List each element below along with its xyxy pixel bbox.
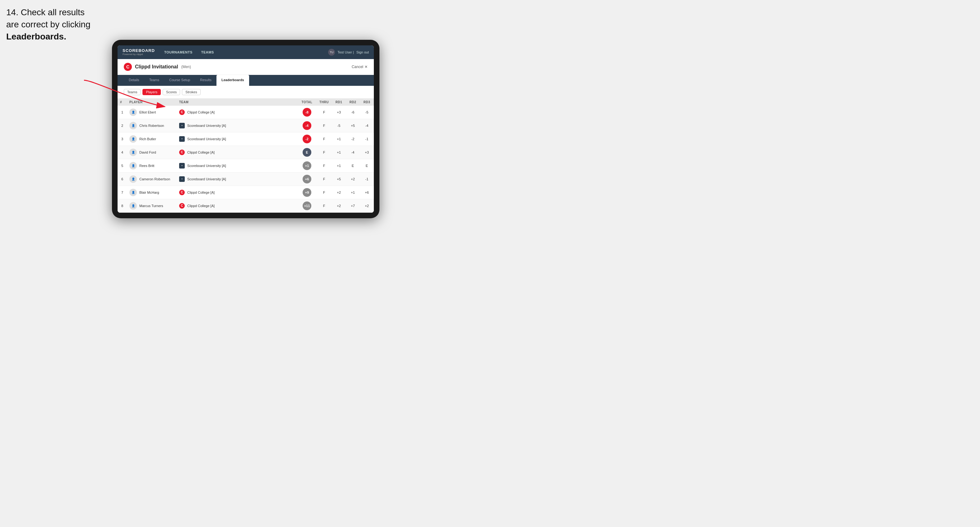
table-row: 3👤Rich Butler≡Scoreboard University [A]-… <box>118 132 374 146</box>
table-row: 2👤Chris Robertson≡Scoreboard University … <box>118 119 374 132</box>
col-thru: THRU <box>316 98 332 106</box>
cell-player: 👤Blair McHarg <box>127 186 177 199</box>
player-name: Cameron Robertson <box>139 177 170 181</box>
tab-leaderboards[interactable]: Leaderboards <box>216 75 249 86</box>
tab-details[interactable]: Details <box>124 75 144 86</box>
team-name: Clippd College [A] <box>187 190 215 194</box>
tournament-logo: C <box>124 63 132 71</box>
player-avatar: 👤 <box>129 108 137 116</box>
player-name: Rich Butler <box>139 137 156 141</box>
player-name: Elliot Ebert <box>139 110 156 114</box>
team-name: Clippd College [A] <box>187 151 215 154</box>
cell-team: CClippd College [A] <box>177 146 298 159</box>
nav-username: Test User | <box>337 50 354 54</box>
team-logo: C <box>179 110 185 115</box>
cell-pos: 8 <box>118 199 127 212</box>
tab-course-setup[interactable]: Course Setup <box>164 75 195 86</box>
team-name: Scoreboard University [A] <box>187 177 226 181</box>
cell-pos: 3 <box>118 132 127 146</box>
tournament-name: Clippd Invitational <box>135 64 178 70</box>
cell-rd1: +2 <box>332 199 346 212</box>
cell-rd3: -5 <box>360 106 374 119</box>
tab-teams[interactable]: Teams <box>144 75 164 86</box>
tournament-gender: (Men) <box>181 65 191 69</box>
cell-rd2: +2 <box>346 172 360 186</box>
team-logo: C <box>179 149 185 155</box>
player-name: Blair McHarg <box>139 190 159 194</box>
cell-total: -2 <box>298 132 316 146</box>
cell-team: ≡Scoreboard University [A] <box>177 119 298 132</box>
cell-team: ≡Scoreboard University [A] <box>177 132 298 146</box>
filter-strokes[interactable]: Strokes <box>182 89 200 95</box>
col-player: PLAYER <box>127 98 177 106</box>
nav-links: TOURNAMENTS TEAMS <box>160 45 328 59</box>
score-badge: +1 <box>302 161 311 170</box>
cell-thru: F <box>316 199 332 212</box>
cell-thru: F <box>316 172 332 186</box>
cell-total: -4 <box>298 119 316 132</box>
player-avatar: 👤 <box>129 202 137 210</box>
table-row: 7👤Blair McHargCClippd College [A]+9F+2+1… <box>118 186 374 199</box>
nav-user-area: TU Test User | Sign out <box>328 49 369 56</box>
team-name: Scoreboard University [A] <box>187 137 226 141</box>
tournament-title-row: C Clippd Invitational (Men) <box>124 63 191 71</box>
cell-rd3: +2 <box>360 199 374 212</box>
filter-row: Teams Players Scores Strokes <box>118 86 374 98</box>
cell-team: CClippd College [A] <box>177 199 298 212</box>
nav-teams[interactable]: TEAMS <box>197 45 218 59</box>
nav-tournaments[interactable]: TOURNAMENTS <box>160 45 197 59</box>
team-logo: ≡ <box>179 136 185 142</box>
player-name: Chris Robertson <box>139 124 164 127</box>
filter-scores[interactable]: Scores <box>163 89 180 95</box>
cancel-button[interactable]: Cancel ✕ <box>352 65 368 69</box>
cell-player: 👤Cameron Robertson <box>127 172 177 186</box>
cell-rd1: +2 <box>332 186 346 199</box>
player-name: David Ford <box>139 151 156 154</box>
team-name: Scoreboard University [A] <box>187 164 226 168</box>
cell-rd1: +1 <box>332 146 346 159</box>
team-name: Clippd College [A] <box>187 204 215 208</box>
score-badge: +11 <box>302 202 311 210</box>
table-row: 8👤Marcus TurnersCClippd College [A]+11F+… <box>118 199 374 212</box>
cell-pos: 6 <box>118 172 127 186</box>
score-badge: -8 <box>302 108 311 117</box>
cell-player: 👤Rich Butler <box>127 132 177 146</box>
cell-thru: F <box>316 159 332 172</box>
instruction-line3: Leaderboards. <box>6 32 66 41</box>
cell-rd2: +1 <box>346 186 360 199</box>
score-badge: -2 <box>302 135 311 143</box>
nav-signout[interactable]: Sign out <box>356 50 369 54</box>
cell-rd2: +7 <box>346 199 360 212</box>
table-row: 1👤Elliot EbertCClippd College [A]-8F+3-6… <box>118 106 374 119</box>
cell-rd1: -5 <box>332 119 346 132</box>
cell-player: 👤Marcus Turners <box>127 199 177 212</box>
team-logo: ≡ <box>179 163 185 168</box>
score-badge: +9 <box>302 188 311 197</box>
cell-pos: 2 <box>118 119 127 132</box>
cell-rd3: -4 <box>360 119 374 132</box>
cell-rd3: -1 <box>360 172 374 186</box>
cell-rd2: E <box>346 159 360 172</box>
cell-rd1: +5 <box>332 172 346 186</box>
table-row: 5👤Rees Britt≡Scoreboard University [A]+1… <box>118 159 374 172</box>
player-name: Rees Britt <box>139 164 154 168</box>
col-pos: # <box>118 98 127 106</box>
cell-rd2: +5 <box>346 119 360 132</box>
cell-rd1: +3 <box>332 106 346 119</box>
nav-bar: SCOREBOARD Powered by clippd TOURNAMENTS… <box>118 45 374 59</box>
cell-thru: F <box>316 106 332 119</box>
nav-logo: SCOREBOARD Powered by clippd <box>123 49 155 56</box>
cell-pos: 5 <box>118 159 127 172</box>
tab-results[interactable]: Results <box>195 75 216 86</box>
score-badge: E <box>302 148 311 157</box>
player-avatar: 👤 <box>129 122 137 129</box>
cell-rd3: +3 <box>360 146 374 159</box>
filter-players[interactable]: Players <box>142 89 161 95</box>
tablet-device: SCOREBOARD Powered by clippd TOURNAMENTS… <box>112 40 379 218</box>
instruction-text: 14. Check all results are correct by cli… <box>6 6 91 43</box>
filter-teams[interactable]: Teams <box>124 89 141 95</box>
player-avatar: 👤 <box>129 175 137 183</box>
leaderboard-table: # PLAYER TEAM TOTAL THRU RD1 RD2 RD3 1👤E… <box>118 98 374 213</box>
player-avatar: 👤 <box>129 162 137 170</box>
tablet-screen: SCOREBOARD Powered by clippd TOURNAMENTS… <box>118 45 374 213</box>
